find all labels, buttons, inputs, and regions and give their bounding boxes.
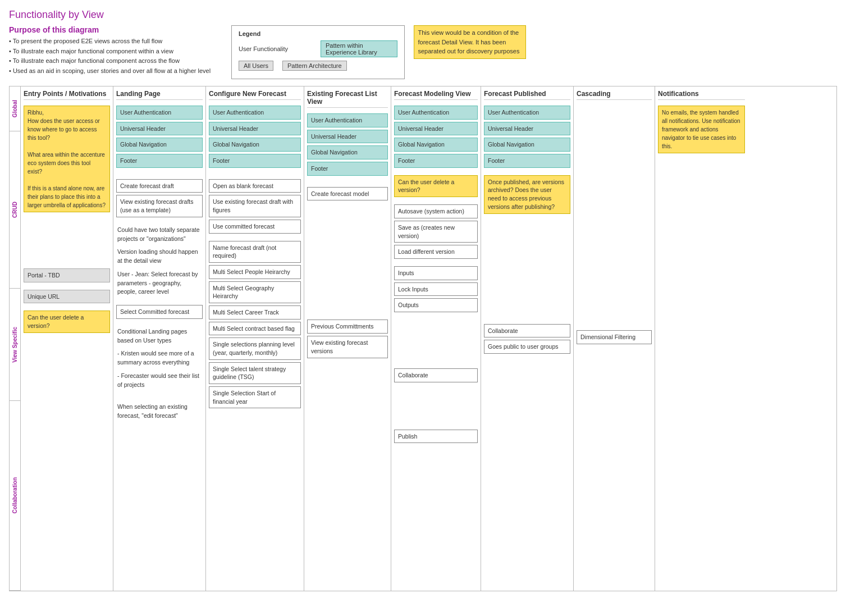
modeling-nav: Global Navigation — [394, 138, 478, 152]
modeling-save-as: Save as (creates new version) — [394, 221, 478, 243]
col-entry-points: Entry Points / Motivations Ribhu,How doe… — [21, 86, 113, 591]
modeling-lock-inputs: Lock Inputs — [394, 282, 478, 296]
landing-header: Universal Header — [116, 122, 203, 136]
purpose-item-4: Used as an aid in scoping, user stories … — [9, 66, 222, 76]
notifications-note: No emails, the system handled all notifi… — [658, 106, 745, 153]
existing-view-versions: View existing forecast versions — [307, 336, 388, 358]
landing-forecaster: - Forecaster would see their list of pro… — [116, 371, 203, 391]
legend-value-1: Pattern within Experience Library — [321, 40, 397, 57]
col-landing-title: Landing Page — [116, 90, 203, 100]
landing-conditional: Conditional Landing pages based on User … — [116, 326, 203, 346]
col-notifications: Notifications No emails, the system hand… — [655, 86, 748, 591]
col-configure-title: Configure New Forecast — [209, 90, 301, 100]
published-goes-public: Goes public to user groups — [484, 340, 570, 354]
purpose-item-1: To present the proposed E2E views across… — [9, 36, 222, 47]
modeling-footer: Footer — [394, 154, 478, 168]
landing-view-drafts: View existing forecast drafts (use as a … — [116, 195, 203, 217]
configure-single-talent: Single Select talent strategy guideline … — [209, 362, 301, 384]
modeling-auth: User Authentication — [394, 106, 478, 120]
row-label-global: Global — [10, 86, 20, 131]
col-existing-title: Existing Forecast List View — [307, 90, 388, 108]
modeling-publish: Publish — [394, 430, 478, 444]
published-collaborate: Collaborate — [484, 324, 570, 338]
modeling-load-version: Load different version — [394, 245, 478, 259]
legend-label-1: User Functionality — [239, 45, 312, 52]
entry-yellow-note: Ribhu,How does the user access or know w… — [24, 106, 110, 212]
legend-row-2: All Users Pattern Architecture — [239, 61, 397, 71]
landing-auth: User Authentication — [116, 106, 203, 120]
configure-auth: User Authentication — [209, 106, 301, 120]
published-once-note: Once published, are versions archived? D… — [484, 175, 570, 214]
landing-version-note: Version loading should happen at the det… — [116, 247, 203, 267]
entry-can-delete: Can the user delete a version? — [24, 311, 110, 332]
configure-multi-contract: Multi Select contract based flag — [209, 322, 301, 336]
configure-multi-career: Multi Select Career Track — [209, 305, 301, 320]
legend-title: Legend — [239, 30, 397, 37]
modeling-outputs: Outputs — [394, 298, 478, 312]
page-title: Functionality by View — [9, 9, 837, 21]
cols-wrapper: Entry Points / Motivations Ribhu,How doe… — [21, 86, 836, 591]
published-nav: Global Navigation — [484, 138, 570, 152]
published-header: Universal Header — [484, 122, 570, 136]
existing-footer: Footer — [307, 162, 388, 176]
legend-label-2: All Users — [239, 61, 273, 71]
yellow-note-top: This view would be a condition of the fo… — [414, 25, 526, 59]
configure-single-planning: Single selections planning level (year, … — [209, 337, 301, 359]
purpose-item-3: To illustrate each major functional comp… — [9, 56, 222, 66]
row-label-collaboration: Collaboration — [10, 401, 20, 591]
legend-row-1: User Functionality Pattern within Experi… — [239, 40, 397, 57]
col-forecast-modeling: Forecast Modeling View User Authenticati… — [391, 86, 481, 591]
legend-box: Legend User Functionality Pattern within… — [231, 25, 405, 79]
configure-nav: Global Navigation — [209, 138, 301, 152]
col-forecast-published: Forecast Published User Authentication U… — [481, 86, 574, 591]
col-entry-title: Entry Points / Motivations — [24, 90, 110, 100]
landing-kristen: - Kristen would see more of a summary ac… — [116, 348, 203, 368]
modeling-autosave: Autosave (system action) — [394, 204, 478, 218]
landing-crud-notes: Could have two totally separate projects… — [116, 225, 203, 245]
configure-multi-people: Multi Select People Heirarchy — [209, 265, 301, 279]
modeling-can-delete: Can the user delete a version? — [394, 175, 478, 197]
col-modeling-title: Forecast Modeling View — [394, 90, 478, 100]
col-configure-new: Configure New Forecast User Authenticati… — [206, 86, 304, 591]
existing-prev-commitments: Previous Committments — [307, 320, 388, 334]
side-labels: Global CRUD View Specific Collaboration — [10, 86, 21, 591]
purpose-list: To present the proposed E2E views across… — [9, 36, 222, 76]
col-landing-page: Landing Page User Authentication Univers… — [113, 86, 206, 591]
landing-nav: Global Navigation — [116, 138, 203, 152]
configure-use-committed: Use committed forecast — [209, 220, 301, 234]
configure-single-start: Single Selection Start of financial year — [209, 386, 301, 408]
row-label-crud: CRUD — [10, 131, 20, 289]
entry-unique-url: Unique URL — [24, 290, 110, 304]
configure-header: Universal Header — [209, 122, 301, 136]
existing-nav: Global Navigation — [307, 145, 388, 159]
modeling-collaborate: Collaborate — [394, 368, 478, 382]
purpose-title: Purpose of this diagram — [9, 25, 222, 34]
landing-create-draft: Create forecast draft — [116, 179, 203, 193]
entry-portal: Portal - TBD — [24, 268, 110, 282]
existing-create-model: Create forecast model — [307, 187, 388, 201]
page-container: Functionality by View Purpose of this di… — [0, 0, 846, 600]
configure-footer: Footer — [209, 154, 301, 168]
col-existing-forecast: Existing Forecast List View User Authent… — [304, 86, 391, 591]
landing-footer: Footer — [116, 154, 203, 168]
modeling-inputs: Inputs — [394, 266, 478, 280]
legend-value-2: Pattern Architecture — [282, 61, 347, 71]
published-footer: Footer — [484, 154, 570, 168]
configure-use-existing: Use existing forecast draft with figures — [209, 195, 301, 217]
row-label-view-specific: View Specific — [10, 289, 20, 401]
purpose-block: Purpose of this diagram To present the p… — [9, 25, 222, 76]
landing-select-committed: Select Committed forecast — [116, 305, 203, 319]
landing-when-selecting: When selecting an existing forecast, "ed… — [116, 401, 203, 422]
configure-name: Name forecast draft (not required) — [209, 241, 301, 263]
main-diagram: Global CRUD View Specific Collaboration … — [9, 86, 837, 591]
col-cascading: Cascading — [574, 86, 655, 591]
existing-auth: User Authentication — [307, 113, 388, 127]
col-notifications-title: Notifications — [658, 90, 745, 100]
landing-user-note: User - Jean: Select forecast by paramete… — [116, 269, 203, 298]
cascading-dimensional: Dimensional Filtering — [577, 330, 652, 344]
published-auth: User Authentication — [484, 106, 570, 120]
existing-header: Universal Header — [307, 130, 388, 144]
purpose-item-2: To illustrate each major functional comp… — [9, 47, 222, 57]
modeling-header: Universal Header — [394, 122, 478, 136]
col-cascading-title: Cascading — [577, 90, 652, 100]
